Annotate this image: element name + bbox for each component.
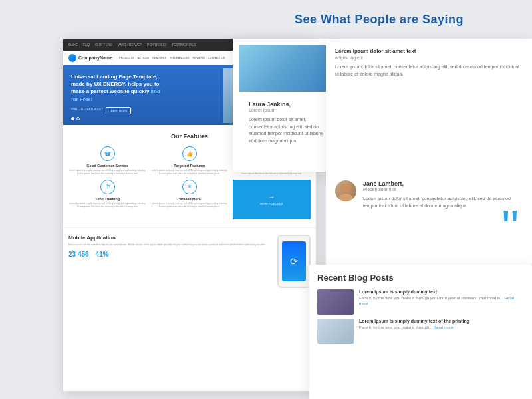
reviewer-2-text: Lorem ipsum dolor sit amet, consectetur … [335, 64, 523, 78]
nav-features[interactable]: FEATURES [152, 56, 166, 59]
phone-screen: ⟳ [282, 241, 306, 281]
hero-text: Universal Landing Page Template, made by… [71, 73, 308, 120]
feature-parallax: ≡ Parallax Menu Lorem ipsum is simply du… [150, 180, 228, 219]
blog-post-2: Lorem ipsum is simply dummy text of the … [317, 319, 524, 344]
mobile-stats: 23 456 41% [68, 251, 272, 258]
hero-dots [71, 117, 308, 120]
nav-actions[interactable]: ACTIONS [137, 56, 149, 59]
reviewer-3-name: Jane Lambert, [363, 180, 523, 187]
blog-post-2-title: Lorem ipsum is simply dummy text of the … [359, 319, 469, 323]
hero-buttons: WANT TO LEARN MORE? LEARN MORE [71, 107, 308, 114]
topbar-link-whoarewe[interactable]: WHO ARE WE? [118, 43, 142, 47]
nav-reviews[interactable]: REVIEWS [192, 56, 204, 59]
more-arrow-icon: → [268, 193, 275, 200]
feature-desc-2: Lorem ipsum is simply dummy text of the … [150, 169, 228, 176]
feature-name-2: Targeted Features [150, 164, 228, 168]
blog-panel: Recent Blog Posts Lorem ipsum is simply … [309, 265, 532, 399]
stat-1-value: 23 456 [68, 251, 89, 258]
hero-title: Universal Landing Page Template, made by… [71, 73, 164, 103]
reviewer-avatar [335, 180, 356, 201]
blog-post-2-desc: Face it, by the time you make it through… [359, 325, 469, 330]
mobile-title: Mobile Application [68, 235, 272, 241]
testimonials-panel: Lorem ipsum dolor sit amet text adipisci… [326, 39, 532, 265]
stat-2-value: 41% [96, 251, 109, 258]
hero-dot-2[interactable] [76, 117, 80, 120]
mobile-desc: Now you can use this wonderful app in yo… [68, 243, 272, 247]
nav-links: PRODUCTS ACTIONS FEATURES INSURANCESD RE… [119, 56, 225, 59]
blog-section-title: Recent Blog Posts [317, 273, 524, 283]
feature-icon-phone: ☎ [100, 146, 115, 161]
nav-products[interactable]: PRODUCTS [119, 56, 134, 59]
testimonials-title: See What People are Saying [295, 13, 464, 27]
nav-insurancesd[interactable]: INSURANCESD [170, 56, 189, 59]
reviewer-1-text: Lorem ipsum dolor sit amet, consectetur … [249, 116, 323, 144]
blog-posts-list: Lorem ipsum is simply dummy text Face it… [317, 289, 524, 344]
blog-post-2-content: Lorem ipsum is simply dummy text of the … [359, 319, 469, 330]
mobile-section: Mobile Application Now you can use this … [63, 227, 316, 295]
hero-dot-1[interactable] [71, 117, 74, 120]
blog-post-1-content: Lorem ipsum is simply dummy text Face it… [359, 289, 524, 307]
blog-post-1-image [317, 289, 354, 315]
topbar-link-portfolio[interactable]: PORTFOLIO [147, 43, 166, 47]
feature-name-5: Parallax Menu [150, 197, 228, 201]
topbar-link-blog[interactable]: BLOG [68, 43, 78, 47]
topbar-link-faq[interactable]: FAQ [83, 43, 90, 47]
feature-name-4: Time Tracking [68, 197, 146, 201]
feature-icon-menu: ≡ [182, 180, 197, 194]
topbar-link-ourteam[interactable]: OUR TEAM [95, 43, 112, 47]
company-name: CompanyName [78, 55, 112, 60]
logo-icon [68, 54, 76, 62]
feature-desc-1: Lorem ipsum is simply dummy text of the … [68, 169, 146, 176]
testimonial-2-content: Lorem ipsum dolor sit amet text adipisci… [326, 39, 532, 87]
feature-desc-5: Lorem ipsum is simply dummy text of the … [150, 202, 228, 209]
quote-icon: " [501, 203, 519, 251]
feature-customer-service: ☎ Good Customer Service Lorem ipsum is s… [68, 146, 146, 176]
feature-name-1: Good Customer Service [68, 164, 146, 168]
mobile-text: Mobile Application Now you can use this … [68, 235, 272, 288]
blog-post-1-title: Lorem ipsum is simply dummy text [359, 289, 524, 294]
hero-highlight: and for Free! [71, 88, 160, 102]
testimonials-heading-container: See What People are Saying [226, 0, 532, 39]
hero-learn-more-button[interactable]: LEARN MORE [106, 107, 131, 114]
reviewer-2-name: Lorem ipsum dolor sit amet text [335, 48, 523, 54]
reviewer-3-title: Placeholder title [363, 187, 523, 192]
feature-targeted: 👍 Targeted Features Lorem ipsum is simpl… [150, 146, 228, 176]
testimonial-3-text-container: Jane Lambert, Placeholder title Lorem ip… [363, 180, 523, 209]
topbar-link-testimonials[interactable]: TESTIMONIALS [172, 43, 196, 47]
more-features-label: MORE FEATURES [260, 202, 283, 205]
reviewer-3-text: Lorem ipsum dolor sit amet, consectetur … [363, 196, 523, 209]
blog-read-more-2[interactable]: Read more [434, 325, 454, 329]
company-logo[interactable]: CompanyName [68, 54, 112, 62]
nav-contact[interactable]: CONTACT US [208, 56, 225, 59]
stat-2: 41% [96, 251, 109, 258]
svg-point-0 [341, 184, 350, 193]
feature-icon-clock: ⏱ [100, 180, 115, 194]
phone-mockup: ⟳ [277, 235, 311, 288]
hero-section: Universal Landing Page Template, made by… [63, 65, 316, 125]
features-bottom: ⏱ Time Tracking Lorem ipsum is simply du… [68, 180, 311, 219]
reviewer-2-title: adipiscing elit [335, 55, 523, 60]
website-mockup: BLOG FAQ OUR TEAM WHO ARE WE? PORTFOLIO … [63, 39, 316, 391]
stat-1: 23 456 [68, 251, 89, 258]
feature-desc-4: Lorem ipsum is simply dummy text of the … [68, 202, 146, 209]
svg-point-1 [338, 194, 353, 201]
blog-read-more-1[interactable]: Read more [359, 296, 514, 305]
more-features-button[interactable]: → MORE FEATURES [233, 180, 311, 219]
blog-post-1-desc: Face it, by the time you make it through… [359, 295, 524, 307]
phone-logo-icon: ⟳ [290, 256, 298, 267]
blog-post-1: Lorem ipsum is simply dummy text Face it… [317, 289, 524, 315]
hero-subtitle: WANT TO LEARN MORE? [71, 107, 103, 110]
feature-time-tracking: ⏱ Time Tracking Lorem ipsum is simply du… [68, 180, 146, 219]
blog-post-2-image [317, 319, 354, 344]
feature-icon-thumbs: 👍 [182, 146, 197, 161]
